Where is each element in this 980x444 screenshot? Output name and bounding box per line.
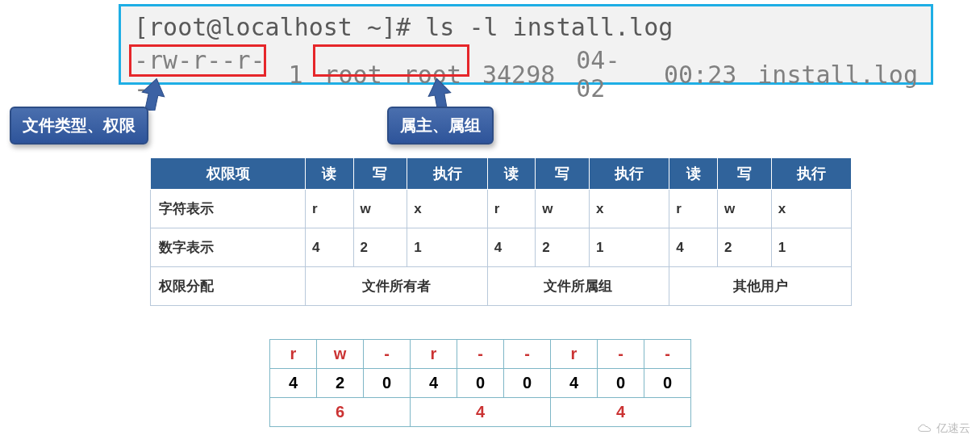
ls-size: 34298: [482, 61, 555, 89]
table-cell: 2: [317, 369, 364, 398]
header-cell: 写: [717, 158, 771, 190]
table-cell: w: [353, 190, 407, 228]
header-cell: 写: [353, 158, 407, 190]
table-cell: 4: [270, 369, 317, 398]
table-row: r w - r - - r - -: [270, 340, 691, 369]
header-cell: 执行: [771, 158, 851, 190]
table-row: 6 4 4: [270, 398, 691, 427]
table-cell: r: [306, 190, 354, 228]
table-row: 4 2 0 4 0 0 4 0 0: [270, 369, 691, 398]
table-cell: 4: [669, 228, 718, 267]
watermark: 亿速云: [917, 421, 970, 436]
table-row: 数字表示 4 2 1 4 2 1 4 2 1: [151, 228, 852, 267]
table-cell: 2: [536, 228, 590, 267]
callout-owner-group: 属主、属组: [387, 107, 494, 145]
ls-filename: install.log: [757, 61, 918, 89]
table-cell: x: [407, 190, 487, 228]
table-cell: w: [536, 190, 590, 228]
table-cell: r: [270, 340, 317, 369]
table-cell: 1: [407, 228, 487, 267]
table-cell: w: [717, 190, 771, 228]
ls-date: 04-02: [576, 46, 643, 103]
table-cell: x: [771, 190, 851, 228]
table-cell: 0: [504, 369, 551, 398]
table-cell: -: [457, 340, 504, 369]
cloud-icon: [917, 423, 933, 434]
callout-file-type-permission: 文件类型、权限: [10, 107, 148, 145]
table-cell: 0: [364, 369, 411, 398]
table-cell: 4: [306, 228, 354, 267]
table-cell: r: [487, 190, 536, 228]
table-cell: 4: [551, 369, 598, 398]
table-cell: 文件所属组: [487, 267, 669, 306]
table-cell: r: [411, 340, 457, 369]
table-header-row: 权限项 读 写 执行 读 写 执行 读 写 执行: [151, 158, 852, 190]
table-cell: 0: [457, 369, 504, 398]
table-cell: 文件所有者: [306, 267, 488, 306]
header-cell: 执行: [589, 158, 669, 190]
table-cell: 4: [411, 398, 551, 427]
highlight-owner-group: [313, 44, 469, 77]
arrow-icon: [137, 78, 169, 111]
table-cell: 1: [589, 228, 669, 267]
row-label: 字符表示: [151, 190, 306, 228]
permission-table: 权限项 读 写 执行 读 写 执行 读 写 执行 字符表示 r w x r w …: [150, 157, 852, 306]
ls-time: 00:23: [664, 61, 736, 89]
table-row: 字符表示 r w x r w x r w x: [151, 190, 852, 228]
arrow-icon: [423, 78, 456, 111]
header-cell: 读: [669, 158, 718, 190]
table-cell: -: [504, 340, 551, 369]
table-cell: 0: [598, 369, 644, 398]
table-cell: w: [317, 340, 364, 369]
table-cell: 0: [644, 369, 691, 398]
table-cell: 4: [487, 228, 536, 267]
terminal-command: [root@localhost ~]# ls -l install.log: [134, 13, 918, 41]
header-cell: 权限项: [151, 158, 306, 190]
table-cell: x: [589, 190, 669, 228]
table-cell: -: [364, 340, 411, 369]
table-cell: 2: [353, 228, 407, 267]
highlight-permissions: [129, 44, 266, 77]
table-cell: 其他用户: [669, 267, 852, 306]
octal-example-table: r w - r - - r - - 4 2 0 4 0 0 4 0 0 6 4 …: [269, 339, 691, 427]
table-cell: 6: [270, 398, 411, 427]
table-cell: 1: [771, 228, 851, 267]
table-cell: -: [598, 340, 644, 369]
header-cell: 读: [487, 158, 536, 190]
table-cell: r: [669, 190, 718, 228]
table-cell: r: [551, 340, 598, 369]
row-label: 权限分配: [151, 267, 306, 306]
ls-links: 1: [288, 61, 302, 89]
row-label: 数字表示: [151, 228, 306, 267]
header-cell: 执行: [407, 158, 487, 190]
table-cell: 4: [411, 369, 457, 398]
table-cell: 2: [717, 228, 771, 267]
table-cell: -: [644, 340, 691, 369]
table-row: 权限分配 文件所有者 文件所属组 其他用户: [151, 267, 852, 306]
header-cell: 写: [536, 158, 590, 190]
watermark-text: 亿速云: [936, 421, 970, 436]
svg-marker-0: [139, 78, 168, 111]
header-cell: 读: [306, 158, 354, 190]
svg-marker-1: [426, 78, 454, 111]
table-cell: 4: [551, 398, 691, 427]
